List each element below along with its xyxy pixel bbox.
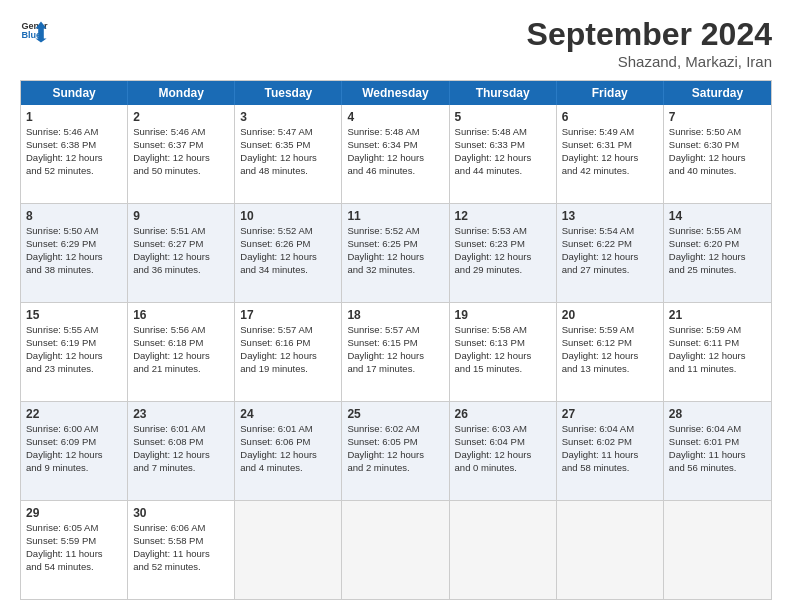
day-info-line: Sunset: 6:11 PM	[669, 337, 766, 350]
calendar-day-18: 18Sunrise: 5:57 AMSunset: 6:15 PMDayligh…	[342, 303, 449, 401]
logo-icon: General Blue	[20, 16, 48, 44]
day-info-line: and 4 minutes.	[240, 462, 336, 475]
day-info-line: Sunset: 6:29 PM	[26, 238, 122, 251]
day-info-line: Sunrise: 6:06 AM	[133, 522, 229, 535]
day-number: 27	[562, 406, 658, 422]
day-info-line: and 50 minutes.	[133, 165, 229, 178]
day-info-line: Sunset: 6:08 PM	[133, 436, 229, 449]
day-info-line: and 58 minutes.	[562, 462, 658, 475]
day-info-line: Sunrise: 5:53 AM	[455, 225, 551, 238]
month-title: September 2024	[527, 16, 772, 53]
calendar-day-14: 14Sunrise: 5:55 AMSunset: 6:20 PMDayligh…	[664, 204, 771, 302]
day-info-line: Sunset: 6:27 PM	[133, 238, 229, 251]
header-thursday: Thursday	[450, 81, 557, 105]
calendar-day-10: 10Sunrise: 5:52 AMSunset: 6:26 PMDayligh…	[235, 204, 342, 302]
day-info-line: and 27 minutes.	[562, 264, 658, 277]
day-info-line: Daylight: 12 hours	[347, 152, 443, 165]
day-info-line: Sunrise: 6:00 AM	[26, 423, 122, 436]
calendar-day-25: 25Sunrise: 6:02 AMSunset: 6:05 PMDayligh…	[342, 402, 449, 500]
calendar-week-5: 29Sunrise: 6:05 AMSunset: 5:59 PMDayligh…	[21, 501, 771, 599]
calendar-day-13: 13Sunrise: 5:54 AMSunset: 6:22 PMDayligh…	[557, 204, 664, 302]
day-info-line: Sunrise: 5:59 AM	[669, 324, 766, 337]
day-number: 25	[347, 406, 443, 422]
day-info-line: Sunrise: 5:48 AM	[455, 126, 551, 139]
day-info-line: Daylight: 12 hours	[133, 152, 229, 165]
day-info-line: Daylight: 12 hours	[26, 350, 122, 363]
day-info-line: Sunrise: 5:57 AM	[240, 324, 336, 337]
day-info-line: Daylight: 12 hours	[347, 449, 443, 462]
day-number: 29	[26, 505, 122, 521]
calendar-page: General Blue September 2024 Shazand, Mar…	[0, 0, 792, 612]
day-info-line: Sunset: 6:25 PM	[347, 238, 443, 251]
header-friday: Friday	[557, 81, 664, 105]
day-info-line: Sunset: 6:30 PM	[669, 139, 766, 152]
calendar-header: Sunday Monday Tuesday Wednesday Thursday…	[21, 81, 771, 105]
day-info-line: Daylight: 12 hours	[26, 152, 122, 165]
day-info-line: Daylight: 12 hours	[562, 152, 658, 165]
day-info-line: and 48 minutes.	[240, 165, 336, 178]
day-info-line: Sunrise: 5:46 AM	[26, 126, 122, 139]
calendar-day-2: 2Sunrise: 5:46 AMSunset: 6:37 PMDaylight…	[128, 105, 235, 203]
day-number: 24	[240, 406, 336, 422]
day-info-line: and 13 minutes.	[562, 363, 658, 376]
page-header: General Blue September 2024 Shazand, Mar…	[20, 16, 772, 70]
day-info-line: and 36 minutes.	[133, 264, 229, 277]
day-info-line: Daylight: 11 hours	[562, 449, 658, 462]
calendar-week-1: 1Sunrise: 5:46 AMSunset: 6:38 PMDaylight…	[21, 105, 771, 204]
day-info-line: and 25 minutes.	[669, 264, 766, 277]
day-info-line: Daylight: 12 hours	[455, 251, 551, 264]
calendar-empty-cell	[557, 501, 664, 599]
day-info-line: Sunrise: 5:59 AM	[562, 324, 658, 337]
day-info-line: and 0 minutes.	[455, 462, 551, 475]
day-info-line: Daylight: 11 hours	[26, 548, 122, 561]
day-info-line: Sunrise: 6:04 AM	[669, 423, 766, 436]
day-info-line: Sunset: 6:31 PM	[562, 139, 658, 152]
day-info-line: Sunset: 6:38 PM	[26, 139, 122, 152]
day-info-line: and 9 minutes.	[26, 462, 122, 475]
day-info-line: and 23 minutes.	[26, 363, 122, 376]
day-info-line: Sunrise: 5:55 AM	[26, 324, 122, 337]
day-info-line: and 44 minutes.	[455, 165, 551, 178]
day-info-line: Daylight: 12 hours	[240, 251, 336, 264]
day-info-line: and 52 minutes.	[26, 165, 122, 178]
calendar-day-15: 15Sunrise: 5:55 AMSunset: 6:19 PMDayligh…	[21, 303, 128, 401]
day-info-line: Daylight: 12 hours	[669, 350, 766, 363]
day-number: 2	[133, 109, 229, 125]
day-info-line: Sunrise: 5:51 AM	[133, 225, 229, 238]
day-info-line: Sunset: 6:16 PM	[240, 337, 336, 350]
day-info-line: Daylight: 12 hours	[669, 152, 766, 165]
day-number: 30	[133, 505, 229, 521]
day-info-line: Daylight: 12 hours	[133, 350, 229, 363]
day-info-line: Sunset: 6:09 PM	[26, 436, 122, 449]
day-info-line: Sunset: 6:18 PM	[133, 337, 229, 350]
calendar-day-6: 6Sunrise: 5:49 AMSunset: 6:31 PMDaylight…	[557, 105, 664, 203]
day-info-line: Sunrise: 5:50 AM	[26, 225, 122, 238]
day-info-line: Sunrise: 5:50 AM	[669, 126, 766, 139]
day-info-line: Sunset: 6:22 PM	[562, 238, 658, 251]
header-wednesday: Wednesday	[342, 81, 449, 105]
day-info-line: and 2 minutes.	[347, 462, 443, 475]
day-number: 23	[133, 406, 229, 422]
calendar-day-24: 24Sunrise: 6:01 AMSunset: 6:06 PMDayligh…	[235, 402, 342, 500]
day-info-line: Sunrise: 5:47 AM	[240, 126, 336, 139]
day-number: 17	[240, 307, 336, 323]
header-saturday: Saturday	[664, 81, 771, 105]
day-info-line: Sunrise: 5:54 AM	[562, 225, 658, 238]
day-info-line: Sunset: 6:05 PM	[347, 436, 443, 449]
calendar-day-21: 21Sunrise: 5:59 AMSunset: 6:11 PMDayligh…	[664, 303, 771, 401]
day-info-line: Sunrise: 6:03 AM	[455, 423, 551, 436]
calendar-day-9: 9Sunrise: 5:51 AMSunset: 6:27 PMDaylight…	[128, 204, 235, 302]
day-info-line: Sunset: 6:26 PM	[240, 238, 336, 251]
calendar-day-3: 3Sunrise: 5:47 AMSunset: 6:35 PMDaylight…	[235, 105, 342, 203]
calendar-week-4: 22Sunrise: 6:00 AMSunset: 6:09 PMDayligh…	[21, 402, 771, 501]
day-info-line: Daylight: 12 hours	[240, 350, 336, 363]
calendar-week-3: 15Sunrise: 5:55 AMSunset: 6:19 PMDayligh…	[21, 303, 771, 402]
day-info-line: and 29 minutes.	[455, 264, 551, 277]
day-number: 4	[347, 109, 443, 125]
day-info-line: Daylight: 12 hours	[133, 251, 229, 264]
day-info-line: and 32 minutes.	[347, 264, 443, 277]
day-number: 18	[347, 307, 443, 323]
day-info-line: Sunset: 6:35 PM	[240, 139, 336, 152]
day-number: 16	[133, 307, 229, 323]
day-info-line: and 21 minutes.	[133, 363, 229, 376]
